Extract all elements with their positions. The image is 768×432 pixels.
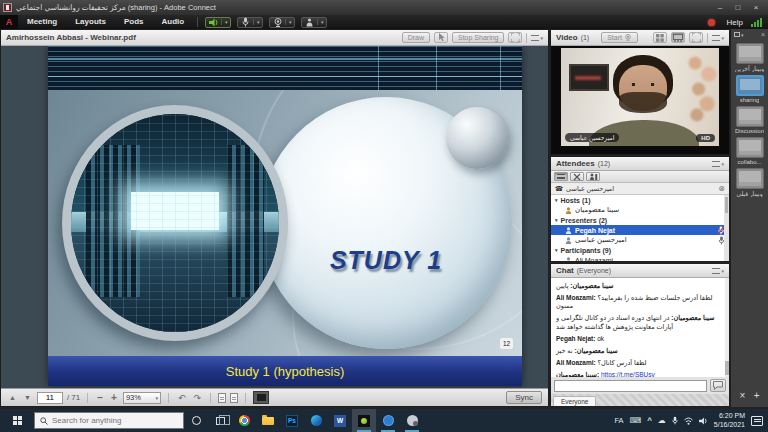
cortana-button[interactable] [184,409,208,432]
photoshop-button[interactable]: Ps [280,409,304,432]
attendees-pod-header: Attendees (12) ▾ [551,157,729,171]
word-button[interactable]: W [328,409,352,432]
menu-audio[interactable]: Audio [152,15,193,29]
raise-hand-button[interactable]: ▾ [301,17,327,28]
chat-input[interactable] [554,380,707,392]
attendees-pod-menu-icon[interactable]: ▾ [712,161,724,167]
menu-meeting[interactable]: Meeting [18,15,66,29]
maximize-button[interactable]: □ [729,2,747,14]
volume-icon[interactable] [699,417,708,425]
adobe-connect-taskbar-button[interactable] [352,409,376,432]
edge-button[interactable] [304,409,328,432]
layout-item-discussion[interactable]: Discussion [731,103,768,134]
start-webcam-button[interactable]: Start [601,32,638,43]
hosts-group-header[interactable]: ▾ Hosts (1) [551,195,729,205]
browser-app-button[interactable] [376,409,400,432]
webcam-feed[interactable]: امیرحسین عباسی HD [561,48,719,146]
layouts-menu-icon[interactable]: ▾ [734,32,744,38]
speaker-button[interactable]: ▾ [205,17,231,28]
page-total-label: / 71 [67,393,80,402]
attendee-row-presenter[interactable]: امیرحسین عباسی [551,235,729,245]
layout-label: وبینار قبلی [736,190,762,197]
adobe-logo-icon[interactable]: A [0,15,18,29]
slide-thumbnail-toggle[interactable] [253,391,269,404]
add-layout-icon[interactable]: + [754,390,760,401]
video-fullscreen-icon[interactable] [689,32,703,43]
help-menu[interactable]: Help [721,18,749,27]
file-explorer-button[interactable] [256,409,280,432]
notification-center-icon[interactable] [751,416,763,426]
language-indicator[interactable]: FA [614,416,623,426]
webcam-button[interactable]: ▾ [269,17,295,28]
participants-group-header[interactable]: ▾ Participants (9) [551,245,729,255]
presenter-icon [565,237,572,244]
page-number-input[interactable] [37,392,63,404]
next-page-button[interactable]: ▼ [22,394,33,401]
fit-page-icon[interactable] [218,393,226,403]
draw-button[interactable]: Draw [402,32,430,43]
zoom-in-button[interactable]: + [109,392,119,403]
zoom-level-select[interactable]: 93% ▾ [123,392,161,404]
send-message-button[interactable] [710,379,726,392]
fit-width-icon[interactable] [230,393,238,403]
sync-button[interactable]: Sync [506,391,542,404]
layouts-close-icon[interactable]: × [761,31,765,38]
previous-page-button[interactable]: ▲ [7,394,18,401]
presenter-icon [565,227,572,234]
chat-scrollbar[interactable] [725,278,729,377]
layout-item-1[interactable]: وبینار آخرین [731,40,768,72]
microphone-caret-icon[interactable]: ▾ [253,19,262,25]
breakout-view-button[interactable] [570,172,584,181]
share-pod-menu-icon[interactable]: ▾ [531,35,543,41]
start-button[interactable] [0,409,34,432]
grid-view-icon[interactable] [653,32,667,43]
menu-pods[interactable]: Pods [115,15,153,29]
close-button[interactable]: × [747,2,765,14]
layout-item-5[interactable]: وبینار قبلی [731,165,768,197]
pointer-tool-button[interactable] [434,32,448,43]
dismiss-speaker-icon[interactable]: ⊗ [718,185,725,193]
taskbar-clock[interactable]: 6:20 PM 5/16/2021 [714,412,745,429]
chrome-button[interactable] [232,409,256,432]
zoom-out-button[interactable]: − [95,392,105,403]
task-view-button[interactable] [208,409,232,432]
network-icon[interactable] [684,417,693,425]
layout-item-collaboration[interactable]: collabo... [731,134,768,165]
show-hidden-icons-chevron[interactable]: ^ [647,416,652,426]
webcam-caret-icon[interactable]: ▾ [285,19,294,25]
chat-pod-menu-icon[interactable]: ▾ [712,268,724,274]
layout-item-sharing[interactable]: sharing [731,72,768,103]
attendee-row-participant[interactable]: Ali Moazami [551,255,729,261]
presenters-group-header[interactable]: ▾ Presenters (2) [551,215,729,225]
rotate-left-button[interactable]: ↶ [176,393,188,403]
raise-hand-caret-icon[interactable]: ▾ [317,19,326,25]
video-pod-menu-icon[interactable]: ▾ [712,35,724,41]
app-button[interactable] [400,409,424,432]
stop-sharing-button[interactable]: Stop Sharing [452,32,504,43]
microphone-button[interactable]: ▾ [237,17,263,28]
minimize-button[interactable]: – [711,2,729,14]
attendees-scrollbar[interactable] [724,195,729,261]
search-input[interactable] [52,416,172,425]
tray-microphone-icon[interactable] [672,416,678,425]
layouts-panel-actions: × + [731,390,768,401]
onedrive-cloud-icon[interactable]: ☁ [658,416,666,426]
filmstrip-view-icon[interactable] [671,32,685,43]
keyboard-icon[interactable]: ⌨ [630,416,642,426]
menu-layouts[interactable]: Layouts [66,15,115,29]
attendee-row-presenter-selected[interactable]: Pegah Nejat [551,225,729,235]
status-view-button[interactable] [586,172,600,181]
layout-thumbnail [736,106,764,127]
fullscreen-icon[interactable] [508,32,522,43]
speaker-caret-icon[interactable]: ▾ [221,19,230,25]
connection-signal-icon[interactable] [751,18,762,27]
attendee-row-host[interactable]: سینا معصومیان [551,205,729,215]
layouts-panel: ▾ × وبینار آخرین sharing Discussion coll… [730,29,768,407]
attendees-view-toolbar [551,171,729,183]
taskbar-search-box[interactable] [34,412,184,429]
tab-everyone[interactable]: Everyone [553,396,596,406]
clock-time: 6:20 PM [714,412,745,420]
layout-options-icon[interactable]: × [739,390,745,401]
attendee-list-view-button[interactable] [554,172,568,181]
rotate-right-button[interactable]: ↷ [191,393,203,403]
